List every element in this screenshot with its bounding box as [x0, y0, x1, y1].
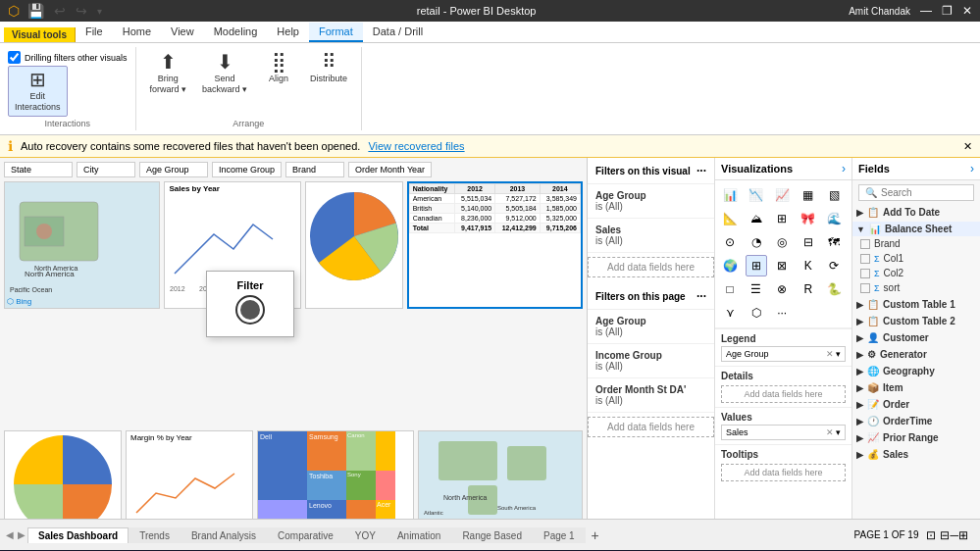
viz-scatter[interactable]: ⊙: [719, 231, 741, 253]
viz-more[interactable]: ···: [771, 302, 793, 324]
viz-funnel[interactable]: ⋎: [719, 302, 741, 324]
tab-home[interactable]: Home: [113, 23, 161, 42]
page-tab-trends[interactable]: Trends: [129, 527, 181, 543]
col2-checkbox[interactable]: [860, 269, 870, 278]
page-tabs-scroll-left[interactable]: ◀: [4, 529, 16, 540]
viz-filled-map[interactable]: 🌍: [719, 255, 741, 276]
page-filters-more-icon[interactable]: ···: [696, 289, 706, 303]
bring-forward-button[interactable]: ⬆ Bringforward ▾: [144, 49, 193, 98]
page-tab-range-based[interactable]: Range Based: [451, 527, 533, 543]
map-visual[interactable]: North America Pacific Ocean North Americ…: [4, 181, 160, 309]
quick-access-save[interactable]: 💾: [26, 2, 46, 20]
viz-slicer[interactable]: ⊗: [771, 278, 793, 300]
viz-table[interactable]: ⊞: [746, 255, 767, 276]
field-group-header-order[interactable]: ▶ 📝 Order: [852, 397, 980, 412]
tab-file[interactable]: File: [76, 23, 113, 42]
viz-r-script[interactable]: R: [798, 278, 819, 300]
fields-search-input[interactable]: [881, 187, 967, 198]
legend-dropdown-arrow[interactable]: ▾: [836, 349, 841, 359]
viz-pie[interactable]: ◔: [746, 231, 767, 253]
viz-py-script[interactable]: 🐍: [823, 278, 845, 300]
viz-map[interactable]: 🗺: [823, 231, 845, 253]
page-tab-yoy[interactable]: YOY: [344, 527, 387, 543]
restore-button[interactable]: ❐: [942, 4, 953, 18]
viz-waterfall[interactable]: 🌊: [823, 208, 845, 229]
sort-checkbox[interactable]: [860, 283, 870, 293]
tab-format[interactable]: Format: [309, 23, 363, 42]
viz-stacked-bar[interactable]: 📊: [719, 184, 741, 206]
field-group-header-custom-table-2[interactable]: ▶ 📋 Custom Table 2: [852, 314, 980, 328]
viz-matrix[interactable]: ⊠: [771, 255, 793, 276]
field-item-col2[interactable]: Σ Col2: [852, 266, 980, 280]
add-page-button[interactable]: +: [586, 526, 605, 545]
viz-donut[interactable]: ◎: [771, 231, 793, 253]
alert-link[interactable]: View recovered files: [368, 140, 464, 152]
page-tab-sales-dashboard[interactable]: Sales Dashboard: [27, 527, 129, 543]
viz-ribbon[interactable]: 🎀: [798, 208, 819, 229]
viz-gauge[interactable]: ⟳: [823, 255, 845, 276]
align-button[interactable]: ⣿ Align: [257, 49, 300, 87]
world-map-visual[interactable]: North America Atlantic South America ⬡ B…: [418, 430, 583, 519]
viz-line-col[interactable]: ⊞: [771, 208, 793, 229]
fit-page-btn[interactable]: ⊡: [926, 528, 936, 542]
values-tag-close[interactable]: ✕: [826, 427, 834, 437]
slicer-order-month[interactable]: Order Month Year: [348, 162, 432, 177]
field-group-header-balance-sheet[interactable]: ▼ 📊 Balance Sheet: [852, 222, 980, 236]
data-table-visual[interactable]: Nationality 2012 2013 2014 American5,515…: [407, 181, 583, 309]
quick-access-redo[interactable]: ↪: [74, 2, 89, 20]
filter-title-age-group[interactable]: Age Group: [595, 190, 706, 201]
field-group-header-ordertime[interactable]: ▶ 🕐 OrderTime: [852, 414, 980, 428]
viz-line[interactable]: 📐: [719, 208, 741, 229]
field-group-header-sales[interactable]: ▶ 💰 Sales: [852, 447, 980, 462]
slicer-city[interactable]: City: [77, 162, 135, 177]
filter-title-page-age[interactable]: Age Group: [595, 316, 706, 326]
viz-kpi[interactable]: K: [798, 255, 819, 276]
page-tab-comparative[interactable]: Comparative: [267, 527, 344, 543]
minimize-button[interactable]: —: [920, 4, 932, 18]
field-group-header-geography[interactable]: ▶ 🌐 Geography: [852, 364, 980, 378]
viz-clustered-col[interactable]: ▧: [823, 184, 845, 206]
page-tabs-scroll-right[interactable]: ▶: [16, 529, 27, 540]
add-data-fields-visual[interactable]: Add data fields here: [588, 257, 714, 277]
page-tab-brand-analysis[interactable]: Brand Analysis: [181, 527, 267, 543]
viz-card[interactable]: □: [719, 278, 741, 300]
tooltips-drop-zone[interactable]: Add data fields here: [721, 464, 846, 481]
field-group-header-prior-range[interactable]: ▶ 📈 Prior Range: [852, 430, 980, 445]
legend-tag-close[interactable]: ✕: [826, 349, 834, 359]
viz-stacked-col[interactable]: ▦: [798, 184, 819, 206]
viz-area[interactable]: ⛰: [746, 208, 767, 229]
quick-access-more[interactable]: ▾: [95, 5, 104, 18]
slicer-age-group[interactable]: Age Group: [139, 162, 208, 177]
field-group-header-add-to-date[interactable]: ▶ 📋 Add To Date: [852, 205, 980, 220]
add-data-fields-page[interactable]: Add data fields here: [588, 417, 714, 437]
treemap-visual[interactable]: Dell Samsung Canon Toshiba Sony Lenovo A…: [257, 430, 414, 519]
age-pie-chart[interactable]: ■ 18-24 ■ 25-35: [4, 430, 122, 519]
close-button[interactable]: ✕: [962, 4, 972, 18]
fields-search-box[interactable]: 🔍: [858, 184, 974, 201]
viz-multirow[interactable]: ☰: [746, 278, 767, 300]
field-group-header-item[interactable]: ▶ 📦 Item: [852, 380, 980, 395]
field-item-col1[interactable]: Σ Col1: [852, 251, 980, 266]
details-drop-zone[interactable]: Add data fields here: [721, 385, 846, 403]
quick-access-undo[interactable]: ↩: [52, 2, 68, 20]
fields-expand-icon[interactable]: ›: [970, 162, 974, 175]
distribute-button[interactable]: ⠿ Distribute: [304, 49, 353, 87]
viz-custom1[interactable]: ⬡: [746, 302, 767, 324]
pie-chart-visual[interactable]: [305, 181, 403, 309]
zoom-slider[interactable]: ⊟─⊞: [940, 528, 968, 542]
legend-dropdown[interactable]: Age Group ✕ ▾: [721, 346, 846, 362]
filters-more-icon[interactable]: ···: [696, 164, 706, 177]
page-tab-page1[interactable]: Page 1: [533, 527, 586, 543]
page-tab-animation[interactable]: Animation: [387, 527, 451, 543]
viz-clustered-bar[interactable]: 📉: [746, 184, 767, 206]
slicer-brand[interactable]: Brand: [285, 162, 344, 177]
slicer-income-group[interactable]: Income Group: [212, 162, 282, 177]
edit-interactions-button[interactable]: ⊞ EditInteractions: [8, 66, 68, 117]
alert-close-button[interactable]: ✕: [963, 140, 972, 153]
filter-title-sales[interactable]: Sales: [595, 225, 706, 235]
values-dropdown[interactable]: Sales ✕ ▾: [721, 425, 846, 440]
tab-modeling[interactable]: Modeling: [204, 23, 268, 42]
margin-chart[interactable]: Margin % by Year: [126, 430, 253, 519]
tab-help[interactable]: Help: [267, 23, 309, 42]
viz-expand-icon[interactable]: ›: [842, 162, 846, 175]
